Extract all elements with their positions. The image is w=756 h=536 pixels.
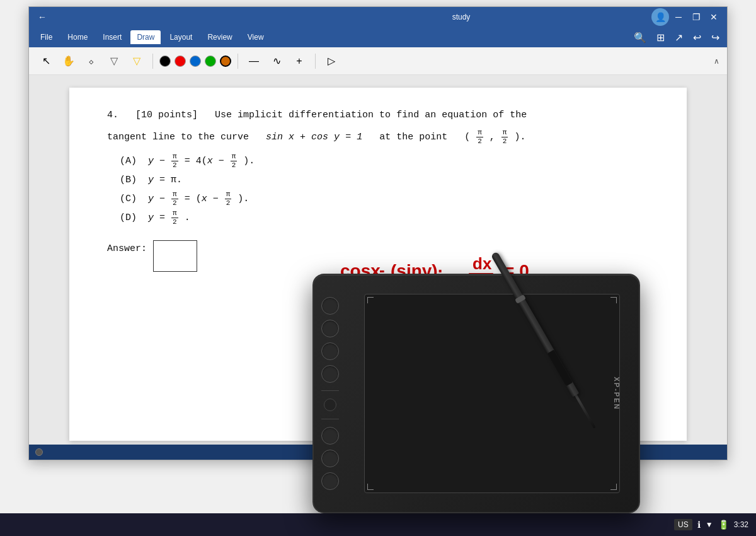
taskbar-right: US ℹ ▼ 🔋 3:32 (674, 519, 748, 530)
color-orange[interactable] (220, 55, 231, 67)
menu-home[interactable]: Home (61, 30, 94, 44)
language-indicator[interactable]: US (674, 519, 692, 530)
color-black[interactable] (159, 55, 171, 67)
lasso-tool-button[interactable]: ✋ (59, 52, 78, 71)
side-btn-3[interactable] (321, 342, 339, 360)
network-icon: ▼ (706, 520, 713, 529)
corner-br (610, 484, 617, 490)
taskbar: US ℹ ▼ 🔋 3:32 (0, 513, 756, 536)
color-red[interactable] (175, 55, 186, 67)
draw-toolbar: ↖ ✋ ⬦ ▽ ▽ — ∿ + ▷ ∧ (29, 47, 727, 75)
pages-icon[interactable]: ⊞ (654, 29, 667, 46)
pen-tip (575, 395, 595, 429)
arrow-tool-button[interactable]: ▷ (322, 52, 341, 71)
color-green[interactable] (205, 55, 216, 67)
time-display: 3:32 (734, 520, 748, 529)
title-bar: ← study 👤 ─ ❐ ✕ (29, 7, 727, 27)
side-btn-4[interactable] (321, 365, 339, 383)
window-title: study (271, 13, 651, 21)
minus-tool-button[interactable]: — (244, 52, 263, 71)
toolbar-separator-1 (152, 54, 153, 69)
side-btn-2[interactable] (321, 320, 339, 337)
minimize-button[interactable]: ─ (670, 9, 687, 25)
info-icon[interactable]: ℹ (697, 520, 701, 530)
side-btn-8[interactable] (321, 472, 339, 490)
pen-side-button (515, 294, 526, 304)
redo-icon[interactable]: ↪ (709, 29, 722, 46)
share-icon[interactable]: ↗ (672, 29, 685, 46)
side-btn-1[interactable] (321, 297, 339, 315)
menu-insert[interactable]: Insert (96, 30, 128, 44)
undo-icon[interactable]: ↩ (690, 29, 704, 46)
tablet-body: XP-PEN (312, 274, 640, 513)
side-buttons (321, 297, 339, 490)
menu-file[interactable]: File (34, 30, 59, 44)
color-blue[interactable] (190, 55, 201, 67)
select-tool-button[interactable]: ↖ (37, 52, 55, 71)
menu-view[interactable]: View (241, 30, 270, 44)
maximize-button[interactable]: ❐ (688, 9, 704, 25)
highlighter-tool-button[interactable]: ▽ (127, 52, 146, 71)
plus-tool-button[interactable]: + (290, 52, 309, 71)
menu-bar: File Home Insert Draw Layout Review View… (29, 27, 727, 47)
menu-layout[interactable]: Layout (163, 30, 198, 44)
close-button[interactable]: ✕ (706, 9, 722, 25)
window-controls: 👤 ─ ❐ ✕ (651, 8, 722, 26)
menu-review[interactable]: Review (201, 30, 238, 44)
user-avatar[interactable]: 👤 (651, 8, 669, 26)
pen-tool-button[interactable]: ▽ (105, 52, 123, 71)
menu-right-icons: 🔍 ⊞ ↗ ↩ ↪ (631, 29, 722, 46)
toolbar-separator-2 (238, 54, 238, 69)
side-btn-7[interactable] (321, 450, 339, 467)
toolbar-separator-3 (315, 54, 316, 69)
corner-tr (610, 297, 617, 303)
eraser-tool-button[interactable]: ⬦ (82, 52, 101, 71)
toolbar-collapse-button[interactable]: ∧ (714, 57, 719, 66)
battery-icon: 🔋 (718, 520, 729, 530)
status-indicator (35, 448, 43, 456)
back-button[interactable]: ← (34, 9, 50, 25)
menu-draw[interactable]: Draw (130, 30, 161, 44)
search-icon[interactable]: 🔍 (631, 29, 649, 46)
side-btn-5[interactable] (324, 399, 336, 411)
corner-bl (367, 484, 374, 490)
tablet-brand-label: XP-PEN (614, 377, 621, 411)
toolbar-right: ∧ (714, 57, 719, 66)
wave-tool-button[interactable]: ∿ (267, 52, 286, 71)
side-btn-6[interactable] (321, 427, 339, 445)
tablet-device: XP-PEN (312, 274, 640, 513)
corner-tl (367, 297, 374, 303)
